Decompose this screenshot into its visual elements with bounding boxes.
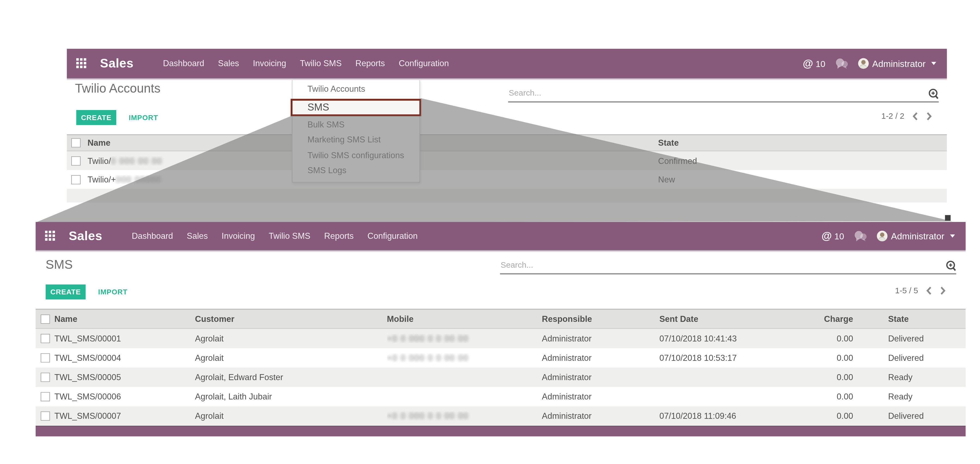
magnifier-plus-icon[interactable]	[946, 260, 956, 271]
sms-sent-date: 07/10/2018 10:53:17	[659, 353, 816, 362]
sms-customer: Agrolait	[195, 353, 387, 362]
column-charge[interactable]: Charge	[816, 314, 888, 324]
bottom-nav-menu: Dashboard Sales Invoicing Twilio SMS Rep…	[132, 231, 418, 241]
action-buttons: CREATE IMPORT	[76, 110, 162, 125]
row-checkbox[interactable]	[71, 156, 81, 165]
menu-item-marketing-sms-list[interactable]: Marketing SMS List	[293, 132, 419, 148]
grid-icon	[76, 58, 87, 69]
row-checkbox[interactable]	[71, 175, 81, 184]
import-button[interactable]: IMPORT	[125, 113, 162, 122]
accounts-table: Name State Twilio/0 000 00 00 Confirmed …	[67, 134, 947, 203]
app-title[interactable]: Sales	[100, 56, 134, 71]
messages-count: 10	[834, 231, 844, 241]
sms-customer: Agrolait, Laith Jubair	[195, 392, 387, 401]
magnifier-plus-icon[interactable]	[928, 88, 939, 99]
row-checkbox[interactable]	[41, 334, 50, 343]
menu-item-twilio-accounts[interactable]: Twilio Accounts	[293, 82, 419, 97]
sms-sent-date: 07/10/2018 11:09:46	[659, 411, 816, 421]
nav-item-configuration[interactable]: Configuration	[368, 231, 418, 241]
table-row[interactable]: TWL_SMS/00004 Agrolait +0 0 000 0 0 00 0…	[36, 348, 966, 368]
at-icon: @	[822, 230, 832, 242]
pager-next-button[interactable]	[940, 286, 946, 295]
column-responsible[interactable]: Responsible	[542, 314, 660, 324]
import-button[interactable]: IMPORT	[94, 287, 132, 296]
twilio-sms-dropdown: Twilio Accounts SMS Bulk SMS Marketing S…	[292, 80, 420, 182]
user-menu[interactable]: Administrator	[877, 231, 955, 241]
column-sent-date[interactable]: Sent Date	[659, 314, 816, 324]
search-input[interactable]	[508, 85, 896, 97]
top-nav-menu: Dashboard Sales Invoicing Twilio SMS Rep…	[163, 59, 449, 68]
create-button[interactable]: CREATE	[76, 110, 116, 125]
column-customer[interactable]: Customer	[195, 314, 387, 324]
table-row[interactable]: Twilio/+000 00000 New	[67, 170, 947, 189]
row-checkbox[interactable]	[41, 353, 50, 362]
table-row[interactable]: TWL_SMS/00006 Agrolait, Laith Jubair Adm…	[36, 387, 966, 406]
create-button[interactable]: CREATE	[46, 285, 86, 300]
table-row[interactable]: TWL_SMS/00001 Agrolait +0 0 000 0 0 00 0…	[36, 329, 966, 348]
user-name: Administrator	[872, 59, 926, 69]
messages-counter[interactable]: @ 10	[803, 57, 826, 70]
redacted-text: 000 00000	[116, 175, 161, 184]
table-row[interactable]: TWL_SMS/00005 Agrolait, Edward Foster Ad…	[36, 368, 966, 387]
menu-item-bulk-sms[interactable]: Bulk SMS	[293, 117, 419, 132]
pager-prev-button[interactable]	[926, 286, 932, 295]
table-row[interactable]: Twilio/0 000 00 00 Confirmed	[67, 151, 947, 170]
sms-customer: Agrolait	[195, 411, 387, 421]
sms-state: Delivered	[888, 411, 966, 421]
nav-item-dashboard[interactable]: Dashboard	[163, 59, 204, 68]
redacted-text: 0 000 00 00	[111, 156, 162, 165]
bottom-navbar: Sales Dashboard Sales Invoicing Twilio S…	[36, 222, 966, 250]
sms-state: Delivered	[888, 334, 966, 343]
nav-item-sales[interactable]: Sales	[218, 59, 239, 68]
apps-menu-button[interactable]	[45, 231, 56, 241]
pager-prev-button[interactable]	[913, 112, 918, 120]
sms-responsible: Administrator	[542, 411, 660, 421]
apps-menu-button[interactable]	[76, 58, 87, 69]
search-input[interactable]	[500, 256, 912, 269]
messages-counter[interactable]: @ 10	[822, 230, 844, 242]
window-sms-list: Sales Dashboard Sales Invoicing Twilio S…	[36, 222, 966, 436]
user-name: Administrator	[891, 231, 944, 241]
select-all-checkbox[interactable]	[71, 138, 81, 147]
action-buttons: CREATE IMPORT	[46, 285, 132, 300]
select-all-checkbox[interactable]	[41, 314, 50, 324]
page-title: Twilio Accounts	[75, 81, 161, 96]
chevron-left-icon	[926, 286, 932, 295]
nav-item-invoicing[interactable]: Invoicing	[253, 59, 286, 68]
nav-item-dashboard[interactable]: Dashboard	[132, 231, 173, 241]
empty-row-stripe	[67, 189, 947, 203]
page-title: SMS	[46, 258, 73, 272]
nav-item-reports[interactable]: Reports	[356, 59, 385, 68]
column-mobile[interactable]: Mobile	[387, 314, 542, 324]
table-row[interactable]: TWL_SMS/00007 Agrolait +0 0 000 0 0 00 0…	[36, 406, 966, 426]
row-checkbox[interactable]	[41, 411, 50, 421]
nav-item-sales[interactable]: Sales	[187, 231, 208, 241]
row-checkbox[interactable]	[41, 392, 50, 401]
column-state[interactable]: State	[658, 138, 947, 147]
search-bar	[508, 85, 939, 103]
nav-item-reports[interactable]: Reports	[324, 231, 354, 241]
pager: 1-5 / 5	[895, 285, 946, 295]
row-checkbox[interactable]	[41, 373, 50, 382]
menu-item-twilio-sms-configurations[interactable]: Twilio SMS configurations	[293, 148, 419, 163]
nav-item-twilio-sms[interactable]: Twilio SMS	[300, 59, 342, 68]
nav-item-twilio-sms[interactable]: Twilio SMS	[269, 231, 310, 241]
column-name[interactable]: Name	[54, 314, 195, 324]
funnel-corner-marker	[945, 215, 951, 221]
nav-item-configuration[interactable]: Configuration	[399, 59, 449, 68]
sms-charge: 0.00	[816, 353, 888, 362]
sms-name: TWL_SMS/00006	[54, 392, 195, 401]
redacted-mobile: +0 0 000 0 0 00 00	[387, 353, 469, 362]
app-title[interactable]: Sales	[69, 229, 102, 243]
caret-down-icon	[950, 234, 955, 238]
menu-item-sms-highlighted[interactable]: SMS	[291, 99, 422, 116]
nav-item-invoicing[interactable]: Invoicing	[221, 231, 255, 241]
pager-next-button[interactable]	[926, 112, 932, 120]
sms-charge: 0.00	[816, 411, 888, 421]
bottom-nav-right: @ 10 Administrator	[822, 230, 955, 242]
user-menu[interactable]: Administrator	[858, 58, 936, 69]
column-state[interactable]: State	[888, 314, 966, 324]
chat-bubbles-icon[interactable]	[853, 230, 867, 242]
chat-bubbles-icon[interactable]	[835, 58, 848, 69]
menu-item-sms-logs[interactable]: SMS Logs	[293, 163, 419, 179]
